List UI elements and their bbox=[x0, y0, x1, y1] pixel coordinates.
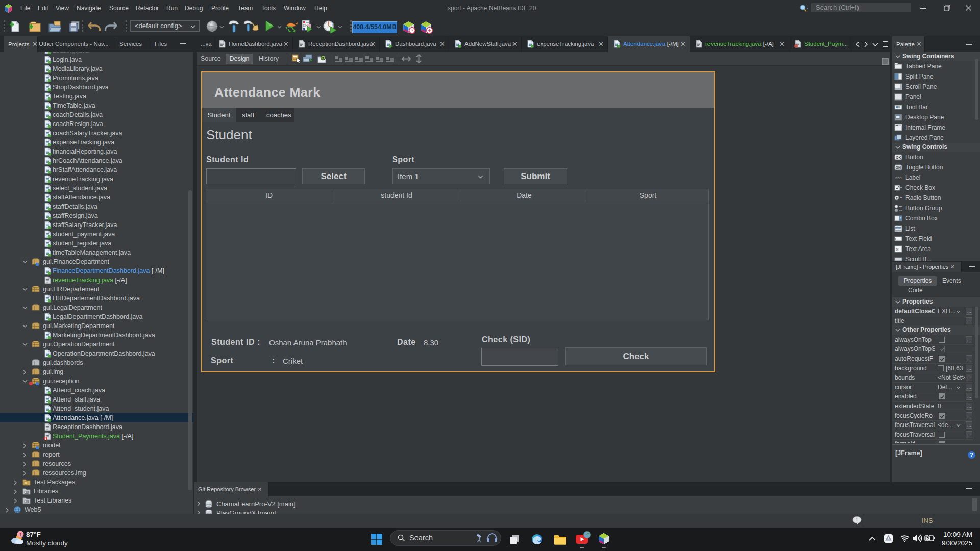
svg-text:ON: ON bbox=[896, 166, 901, 169]
svg-text:OK: OK bbox=[896, 156, 901, 159]
svg-text:1: 1 bbox=[856, 517, 859, 522]
svg-text:3: 3 bbox=[303, 28, 305, 31]
svg-text:label: label bbox=[895, 176, 902, 180]
svg-text:1: 1 bbox=[19, 532, 22, 537]
svg-text:tx: tx bbox=[896, 247, 899, 251]
